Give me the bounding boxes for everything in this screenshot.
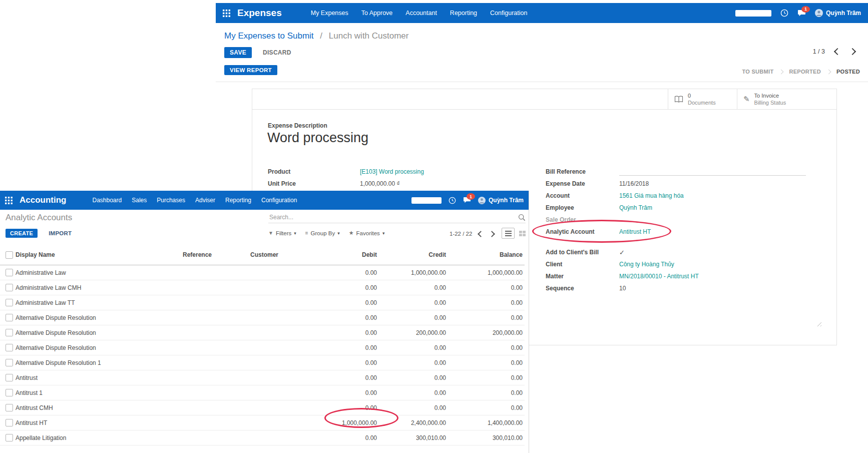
breadcrumb-parent-link[interactable]: My Expenses to Submit (224, 31, 314, 41)
menu-dashboard[interactable]: Dashboard (93, 197, 122, 204)
column-header-reference[interactable]: Reference (178, 251, 245, 258)
favorites-dropdown[interactable]: ★ Favorites ▾ (349, 230, 385, 236)
cell-debit: 0.00 (315, 374, 379, 381)
kanban-view-button[interactable] (516, 228, 529, 239)
activities-clock-icon[interactable] (449, 197, 456, 204)
row-checkbox[interactable] (6, 344, 13, 351)
row-checkbox[interactable] (6, 284, 13, 291)
column-header-balance[interactable]: Balance (449, 251, 525, 258)
row-checkbox[interactable] (6, 314, 13, 321)
client-bill-checkbox[interactable]: ✓ (619, 249, 625, 256)
book-icon (674, 96, 683, 103)
table-row[interactable]: Alternative Dispute Resolution 0.00 200,… (0, 325, 525, 340)
apps-grid-icon[interactable] (223, 10, 230, 17)
table-row[interactable]: Alternative Dispute Resolution 0.00 0.00… (0, 340, 525, 355)
table-row[interactable]: Administrative Law TT 0.00 0.00 0.00 (0, 295, 525, 310)
search-magnifier-icon[interactable] (518, 214, 526, 221)
accounting-app-title[interactable]: Accounting (20, 195, 67, 205)
cell-credit: 0.00 (379, 314, 449, 321)
matter-value-link[interactable]: MN/2018/00010 - Antitrust HT (619, 273, 699, 280)
chevron-down-icon: ▾ (294, 231, 296, 236)
star-icon: ★ (349, 230, 354, 236)
documents-label: Documents (688, 99, 716, 106)
cell-credit: 300,010.00 (379, 434, 449, 441)
menu-sales[interactable]: Sales (132, 197, 147, 204)
status-to-submit[interactable]: TO SUBMIT (742, 69, 773, 75)
group-by-dropdown[interactable]: ≡ Group By ▾ (305, 230, 340, 236)
table-row[interactable]: Alternative Dispute Resolution 1 0.00 0.… (0, 355, 525, 370)
menu-my-expenses[interactable]: My Expenses (311, 10, 348, 17)
pager-next-icon[interactable] (849, 48, 856, 55)
notes-resize-handle[interactable] (815, 320, 821, 326)
table-row[interactable]: Alternative Dispute Resolution 0.00 0.00… (0, 310, 525, 325)
column-header-customer[interactable]: Customer (245, 251, 315, 258)
menu-reporting[interactable]: Reporting (450, 10, 477, 17)
column-header-debit[interactable]: Debit (315, 251, 379, 258)
messages-chat-icon[interactable]: 1 (463, 197, 471, 204)
row-checkbox[interactable] (6, 359, 13, 366)
column-header-credit[interactable]: Credit (379, 251, 449, 258)
client-value-link[interactable]: Công ty Hoàng Thủy (619, 261, 674, 268)
expense-date-input[interactable]: 11/16/2018 (619, 180, 649, 187)
create-button[interactable]: CREATE (6, 229, 38, 238)
search-input[interactable] (268, 214, 518, 221)
select-all-checkbox[interactable] (6, 251, 13, 259)
row-checkbox[interactable] (6, 419, 13, 426)
table-row[interactable]: Appellate Litigation 0.00 300,010.00 300… (0, 430, 525, 445)
save-button[interactable]: SAVE (224, 47, 252, 58)
cell-display-name: Administrative Law TT (14, 299, 178, 306)
apps-grid-icon[interactable] (5, 197, 13, 204)
row-checkbox[interactable] (6, 374, 13, 381)
menu-reporting[interactable]: Reporting (225, 197, 251, 204)
documents-stat-button[interactable]: 0 Documents (668, 89, 737, 109)
activities-clock-icon[interactable] (780, 9, 788, 17)
table-row[interactable]: Administrative Law CMH 0.00 0.00 0.00 (0, 280, 525, 295)
cell-credit: 1,000,000.00 (379, 269, 449, 276)
sequence-field-row: Sequence 10 (546, 282, 829, 294)
import-button[interactable]: IMPORT (46, 230, 75, 237)
pager-previous-icon[interactable] (478, 231, 485, 237)
status-reported[interactable]: REPORTED (789, 69, 821, 75)
pager-next-icon[interactable] (489, 231, 496, 237)
row-checkbox[interactable] (6, 434, 13, 441)
expense-description-input[interactable]: Word processing (267, 130, 368, 146)
unit-price-input[interactable]: 1,000,000.00 ₫ (360, 180, 400, 187)
account-value-link[interactable]: 1561 Giá mua hàng hóa (619, 192, 684, 199)
sequence-input[interactable]: 10 (619, 285, 626, 292)
list-view-button[interactable] (502, 228, 515, 239)
billing-status-stat-button[interactable]: ✎ To Invoice Billing Status (737, 89, 836, 109)
analytic-account-value-link[interactable]: Antitrust HT (619, 228, 651, 235)
column-header-display-name[interactable]: Display Name (14, 251, 178, 258)
table-row[interactable]: Antitrust 1 0.00 0.00 0.00 (0, 385, 525, 400)
bill-reference-input[interactable] (619, 168, 806, 176)
table-row[interactable]: Antitrust 0.00 0.00 0.00 (0, 370, 525, 385)
row-checkbox[interactable] (6, 299, 13, 306)
discard-button[interactable]: DISCARD (260, 49, 294, 57)
menu-adviser[interactable]: Adviser (195, 197, 215, 204)
view-report-button[interactable]: VIEW REPORT (224, 65, 277, 75)
table-row[interactable]: Antitrust CMH 0.00 0.00 0.00 (0, 400, 525, 415)
filters-dropdown[interactable]: ▼ Filters ▾ (268, 230, 296, 236)
user-menu[interactable]: Quỳnh Trâm (478, 197, 524, 204)
pager-previous-icon[interactable] (834, 48, 841, 55)
table-row[interactable]: Administrative Law 0.00 1,000,000.00 1,0… (0, 265, 525, 280)
product-field-row: Product [E103] Word processing (268, 166, 513, 178)
row-checkbox[interactable] (6, 269, 13, 276)
row-checkbox[interactable] (6, 389, 13, 396)
expenses-app-title[interactable]: Expenses (237, 8, 282, 19)
row-checkbox[interactable] (6, 404, 13, 411)
table-row-antitrust-ht[interactable]: Antitrust HT 1,000,000.00 2,400,000.00 1… (0, 415, 525, 430)
pager-value: 1-22 / 22 (450, 231, 472, 237)
employee-value-link[interactable]: Quỳnh Trâm (619, 204, 652, 211)
messages-chat-icon[interactable]: 1 (797, 10, 806, 17)
row-checkbox[interactable] (6, 329, 13, 336)
menu-to-approve[interactable]: To Approve (361, 10, 393, 17)
menu-purchases[interactable]: Purchases (157, 197, 185, 204)
menu-configuration[interactable]: Configuration (261, 197, 297, 204)
user-menu[interactable]: Quỳnh Trâm (815, 9, 861, 17)
product-value-link[interactable]: [E103] Word processing (360, 168, 424, 175)
menu-configuration[interactable]: Configuration (490, 10, 527, 17)
menu-accountant[interactable]: Accountant (405, 10, 437, 17)
status-posted[interactable]: POSTED (836, 69, 860, 75)
form-right-column-2: Add to Client's Bill ✓ Client Công ty Ho… (546, 246, 829, 294)
